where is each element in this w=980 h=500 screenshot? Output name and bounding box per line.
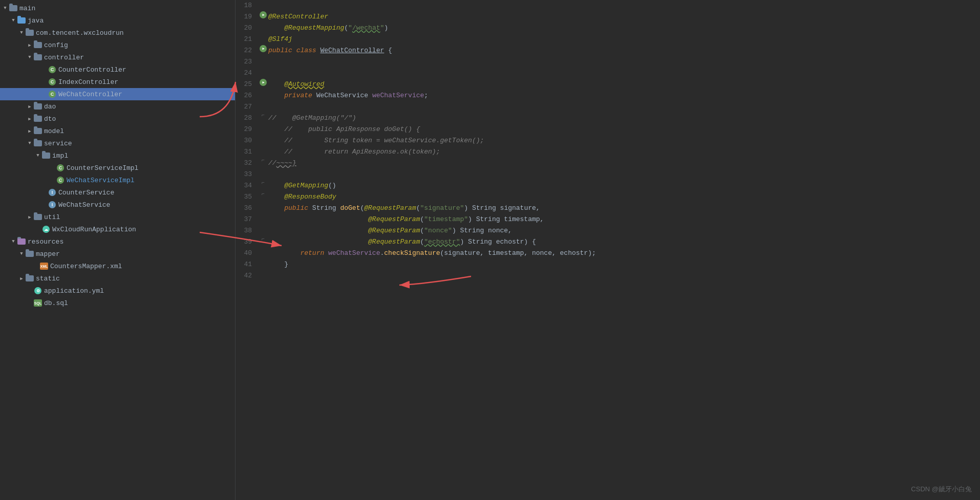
arrow-dto	[27, 116, 33, 122]
code-line-39: 39 ⌐ @RequestParam("echostr") String ech…	[236, 236, 980, 248]
line-num-42: 42	[240, 270, 258, 281]
label-resources: resources	[28, 238, 63, 246]
code-text-26: private WeChatService weChatService;	[268, 90, 976, 101]
tree-item-dto[interactable]: dto	[0, 113, 235, 125]
folder-icon-main	[9, 4, 17, 12]
label-wxapp: WxCloudRunApplication	[52, 226, 136, 233]
spacer9	[33, 263, 39, 269]
code-text-30: // String token = weChatService.getToken…	[268, 135, 976, 146]
tree-item-indexcont[interactable]: C IndexController	[0, 76, 235, 88]
line-num-40: 40	[240, 248, 258, 259]
run-icon-25[interactable]	[260, 79, 267, 86]
tree-item-static[interactable]: static	[0, 272, 235, 285]
code-editor[interactable]: 18 19 @RestController 20 @RequestMapping…	[236, 0, 980, 500]
line-num-34: 34	[240, 180, 258, 191]
line-num-31: 31	[240, 146, 258, 158]
class-icon-wxapp: ☁	[42, 225, 50, 233]
label-countersvcimp: CounterServiceImpl	[67, 164, 138, 172]
class-icon-wechatcont: C	[48, 90, 56, 98]
line-num-22: 22	[240, 45, 258, 56]
code-line-19: 19 @RestController	[236, 11, 980, 23]
arrow-main	[2, 5, 8, 11]
code-line-30: 30 // String token = weChatService.getTo…	[236, 135, 980, 146]
fold-28: ⌐	[262, 113, 265, 118]
tree-item-wxapp[interactable]: ☁ WxCloudRunApplication	[0, 223, 235, 235]
tree-item-countersmapper[interactable]: XML CountersMapper.xml	[0, 260, 235, 272]
class-icon-dbsql: SQL	[34, 299, 42, 307]
line-num-26: 26	[240, 90, 258, 101]
tree-item-appyml[interactable]: ⚙ application.yml	[0, 285, 235, 297]
label-mapper: mapper	[36, 250, 60, 258]
label-appyml: application.yml	[44, 287, 104, 295]
label-util: util	[44, 213, 60, 221]
arrow-static	[18, 275, 25, 281]
folder-icon-dto	[34, 115, 42, 123]
line-num-23: 23	[240, 56, 258, 68]
label-dao: dao	[44, 103, 56, 111]
label-model: model	[44, 127, 64, 135]
label-com: com.tencent.wxcloudrun	[36, 29, 124, 37]
tree-item-util[interactable]: util	[0, 211, 235, 223]
file-tree[interactable]: main java com.tencent.wxcloudrun config …	[0, 0, 236, 500]
tree-item-impl[interactable]: impl	[0, 149, 235, 162]
code-line-26: 26 private WeChatService weChatService;	[236, 90, 980, 101]
fold-39: ⌐	[262, 236, 265, 242]
folder-icon-config	[34, 41, 42, 49]
tree-item-countersvcimp[interactable]: C CounterServiceImpl	[0, 162, 235, 174]
fold-32: ⌐	[262, 158, 265, 163]
tree-item-dao[interactable]: dao	[0, 100, 235, 113]
label-impl: impl	[52, 152, 68, 160]
line-num-29: 29	[240, 124, 258, 135]
code-line-20: 20 @RequestMapping("/wechat")	[236, 23, 980, 34]
spacer5	[49, 177, 55, 183]
line-num-27: 27	[240, 101, 258, 113]
gutter-34: ⌐	[258, 180, 268, 186]
folder-icon-resources	[17, 237, 26, 246]
code-text-38: @RequestParam("nonce") String nonce,	[268, 225, 976, 236]
code-line-41: 41 }	[236, 259, 980, 270]
line-num-33: 33	[240, 169, 258, 180]
class-icon-countersmapper: XML	[40, 262, 48, 270]
code-text-35: @ResponseBody	[268, 191, 976, 203]
folder-icon-controller	[34, 53, 42, 61]
spacer7	[41, 202, 47, 208]
arrow-mapper	[18, 251, 25, 257]
class-icon-appyml: ⚙	[34, 287, 42, 295]
run-icon-22[interactable]	[260, 45, 267, 52]
label-dbsql: db.sql	[44, 299, 68, 307]
line-num-32: 32	[240, 158, 258, 169]
label-wechatsvcimp: WeChatServiceImpl	[67, 177, 135, 184]
run-icon-19[interactable]	[260, 11, 267, 18]
tree-item-service[interactable]: service	[0, 137, 235, 149]
line-num-24: 24	[240, 68, 258, 79]
gutter-35: ⌐	[258, 191, 268, 197]
tree-item-model[interactable]: model	[0, 125, 235, 137]
tree-item-config[interactable]: config	[0, 39, 235, 51]
code-text-20: @RequestMapping("/wechat")	[268, 23, 976, 34]
label-java: java	[28, 17, 44, 25]
arrow-controller	[27, 54, 33, 60]
label-indexcont: IndexController	[58, 78, 118, 86]
tree-item-countercont[interactable]: C CounterController	[0, 63, 235, 76]
code-line-34: 34 ⌐ @GetMapping()	[236, 180, 980, 191]
code-text-25: @Autowired	[268, 79, 976, 90]
code-line-31: 31 // return ApiResponse.ok(token);	[236, 146, 980, 158]
tree-item-controller[interactable]: controller	[0, 51, 235, 63]
tree-item-main[interactable]: main	[0, 2, 235, 14]
fold-34: ⌐	[262, 180, 265, 186]
tree-item-wechatsvcimp[interactable]: C WeChatServiceImpl	[0, 174, 235, 186]
class-icon-countersvc: I	[48, 188, 56, 197]
spacer3	[41, 91, 47, 97]
line-num-21: 21	[240, 34, 258, 45]
tree-item-java[interactable]: java	[0, 14, 235, 27]
arrow-config	[27, 42, 33, 48]
code-text-28: // @GetMapping("/")	[268, 113, 976, 124]
tree-item-mapper[interactable]: mapper	[0, 248, 235, 260]
tree-item-com[interactable]: com.tencent.wxcloudrun	[0, 27, 235, 39]
tree-item-countersvc[interactable]: I CounterService	[0, 186, 235, 199]
tree-item-wechatcont[interactable]: C WeChatController	[0, 88, 235, 100]
tree-item-resources[interactable]: resources	[0, 235, 235, 248]
tree-item-wechatsvc[interactable]: I WeChatService	[0, 199, 235, 211]
tree-item-dbsql[interactable]: SQL db.sql	[0, 297, 235, 309]
label-dto: dto	[44, 115, 56, 123]
